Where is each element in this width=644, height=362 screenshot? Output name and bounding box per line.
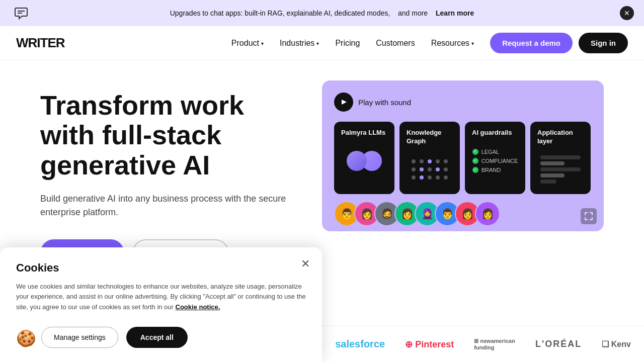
cookie-close-button[interactable]: ✕ [301,257,310,270]
industries-arrow-icon: ▾ [316,41,319,46]
knowledge-graph-visual [407,152,453,187]
cookie-notice-link[interactable]: Cookie notice. [176,303,220,311]
main-content: Transform work with full-stack generativ… [0,60,644,266]
guardrails-list: ✓ LEGAL ✓ COMPLIANCE ✓ BRAND [472,149,518,173]
hero-left: Transform work with full-stack generativ… [40,80,292,266]
check-icon: ✓ [472,167,478,173]
cookie-banner: ✕ Cookies 🍪 We use cookies and similar t… [0,247,322,362]
palmyra-orbs [347,151,382,171]
learn-more-link[interactable]: Learn more [436,9,474,17]
fullscreen-button[interactable] [581,208,597,224]
nav-logo: WRITER [16,35,65,51]
nav-links: Product ▾ Industries ▾ Pricing Customers… [231,39,474,48]
guardrail-compliance: ✓ COMPLIANCE [472,158,518,164]
kg-dot-active [428,159,432,163]
app-layer-visual [537,152,584,187]
banner-and-more: and more [398,9,428,17]
nav-product[interactable]: Product ▾ [231,39,264,48]
accept-all-button[interactable]: Accept all [126,327,188,348]
hero-subtitle: Build generative AI into any business pr… [40,192,292,219]
app-layer-card: Application layer [530,122,591,194]
kg-dot [412,159,416,163]
kg-dot [428,175,432,179]
ai-guardrails-visual: ✓ LEGAL ✓ COMPLIANCE ✓ BRAND [472,143,518,178]
resources-arrow-icon: ▾ [471,41,474,46]
banner-close-button[interactable]: ✕ [620,6,634,20]
banner-message: Upgrades to chat apps: built-in RAG, exp… [170,9,390,17]
guardrail-label: LEGAL [481,149,499,155]
manage-settings-button[interactable]: Manage settings [41,327,118,348]
kg-dot-active [436,167,440,171]
kg-dot [444,175,448,179]
knowledge-graph-title: Knowledge Graph [407,129,453,146]
nav-pricing[interactable]: Pricing [335,39,360,48]
kg-dot [412,167,416,171]
kg-dot [444,159,448,163]
brands-strip: salesforce ⊕ Pinterest ⊞ newamericanfund… [322,326,644,362]
avatars-row: 👨 👩 🧔 👩 🧕 👨 👩 👩 [334,201,495,226]
cookie-buttons: Manage settings Accept all [16,327,306,348]
palmyra-card: Palmyra LLMs [334,122,394,194]
top-banner: Upgrades to chat apps: built-in RAG, exp… [0,0,644,26]
nav-demo-button[interactable]: Request a demo [490,33,573,53]
cookie-title: Cookies [16,261,306,275]
kg-dot [428,167,432,171]
chat-icon [10,2,32,24]
app-line-light [540,161,565,165]
check-icon: ✓ [472,149,478,155]
brand-loreal: L'ORÉAL [535,339,582,349]
guardrail-label: COMPLIANCE [481,158,518,164]
check-icon: ✓ [472,158,478,164]
nav-resources[interactable]: Resources ▾ [431,39,474,48]
kg-dot [420,159,424,163]
avatar: 👩 [475,201,500,226]
kg-dot [436,159,440,163]
ai-guardrails-title: AI guardrails [472,129,518,137]
guardrail-legal: ✓ LEGAL [472,149,518,155]
brand-salesforce: salesforce [335,338,385,350]
brand-pinterest: ⊕ Pinterest [405,339,454,350]
nav-customers[interactable]: Customers [376,39,415,48]
brand-kenvy: ❑ Kenv [602,339,631,349]
palmyra-title: Palmyra LLMs [341,129,387,137]
kg-dot-active [420,175,424,179]
guardrail-label: BRAND [481,167,501,173]
brand-naf: ⊞ newamericanfunding [474,338,515,350]
orb-1 [347,151,367,171]
app-line [540,155,581,159]
feature-cards: Palmyra LLMs Knowledge Graph [334,122,592,194]
palmyra-visual [341,143,387,178]
kg-dots [412,159,448,179]
ai-guardrails-card: AI guardrails ✓ LEGAL ✓ COMPLIANCE ✓ [465,122,525,194]
play-sound-label: Play with sound [358,98,411,107]
app-layer-lines [540,155,581,184]
app-line [540,167,581,171]
hero-video-panel: Play with sound Palmyra LLMs Knowledge G… [322,80,604,231]
kg-dot [436,175,440,179]
cookie-emoji: 🍪 [16,329,36,348]
nav-industries[interactable]: Industries ▾ [280,39,319,48]
play-sound-row: Play with sound [334,93,592,112]
hero-title: Transform work with full-stack generativ… [40,90,292,180]
app-line [540,179,556,184]
kg-dot [444,167,448,171]
cookie-text: We use cookies and similar technologies … [16,282,306,313]
kg-dot [412,175,416,179]
play-button[interactable] [334,93,353,112]
kg-dot-active [420,167,424,171]
nav-signin-button[interactable]: Sign in [579,33,628,53]
app-layer-title: Application layer [537,129,584,146]
navbar: WRITER Product ▾ Industries ▾ Pricing Cu… [0,26,644,60]
knowledge-graph-card: Knowledge Graph [399,122,460,194]
product-arrow-icon: ▾ [261,41,264,46]
app-line-light [540,173,565,177]
guardrail-brand: ✓ BRAND [472,167,518,173]
